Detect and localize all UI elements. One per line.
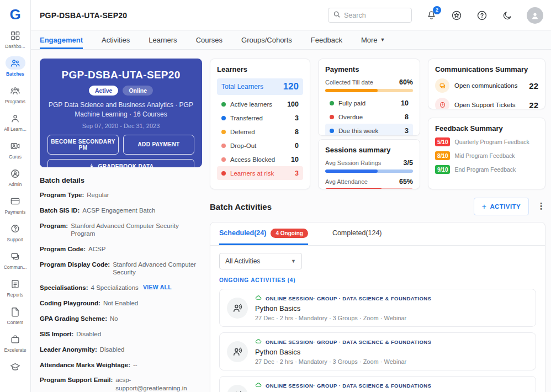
sidebar-item-label: Commun... [4, 264, 27, 270]
sidebar-item-programs[interactable]: Programs [0, 84, 30, 104]
sidebar-item-label: Admin [8, 182, 22, 187]
batch-detail-field: Attendance Marks Weightage: -- [40, 361, 202, 369]
sidebar-item-label: Excelerate [4, 347, 26, 353]
tab-learners[interactable]: Learners [149, 31, 177, 49]
tab-scheduled[interactable]: Scheduled(24) 4 Ongoing [219, 223, 308, 245]
tab-feedback[interactable]: Feedback [311, 31, 342, 49]
batch-detail-field: Program Support Email: acsp-support@grea… [40, 376, 202, 392]
sidebar-item-excelerate[interactable]: Excelerate [0, 332, 30, 353]
batch-detail-field: Batch SIS ID: ACSP Engagement Batch [40, 206, 202, 214]
batch-detail-field: Leader Anonymity: Disabled [40, 346, 202, 353]
status-dot [221, 171, 226, 176]
batch-detail-field: Coding Playground: Not Enabled [40, 299, 202, 307]
collected-value: 60% [399, 78, 413, 86]
batch-detail-field: Program Type: Regular [40, 191, 202, 199]
sidebar-item-reports[interactable]: Reports [0, 277, 30, 298]
programs-icon [6, 84, 25, 97]
feedback-summary-panel: Feedback Summary 5/10 Quarterly Program … [428, 118, 545, 189]
batch-detail-field: Program Display Code: Stanford Advanced … [40, 261, 202, 277]
chevron-down-icon: ▼ [291, 258, 296, 264]
sidebar-item-label: Support [7, 237, 24, 242]
support-ticket-icon [435, 98, 449, 109]
dashboard-icon [6, 29, 25, 42]
session-avatar-icon [227, 298, 248, 319]
dark-mode-toggle[interactable] [501, 9, 513, 22]
page-title: PGP-DSBA-UTA-SEP20 [40, 11, 127, 20]
score-badge: 9/10 [435, 165, 450, 174]
sidebar-item-dashboard[interactable]: Dashbo... [0, 29, 30, 49]
tab-engagement[interactable]: Engagement [40, 31, 83, 49]
search-box[interactable] [328, 8, 412, 23]
activity-eyebrow: ONLINE SESSION· GROUP · DATA SCIENCE & F… [255, 382, 431, 390]
feedback-title: Feedback Summary [435, 124, 538, 133]
sidebar-item-content[interactable]: Content [0, 305, 30, 325]
feedback-row: 9/10 End Program Feedback [435, 165, 538, 174]
sidebar-item-label: Programs [5, 99, 25, 104]
add-payment-button[interactable]: ADD PAYMENT [123, 135, 194, 155]
activity-card[interactable]: ONLINE SESSION· GROUP · DATA SCIENCE & F… [219, 376, 536, 392]
learners-panel: Learners Total Learners 120 Active learn… [210, 59, 310, 189]
communications-title: Communications Summary [435, 65, 538, 73]
score-badge: 8/10 [435, 151, 450, 160]
sidebar-item-payments[interactable]: Payments [0, 194, 30, 215]
sidebar-item-admin[interactable]: Admin [0, 167, 30, 187]
status-badge-online: Online [123, 86, 153, 96]
view-all-link[interactable]: VIEW ALL [143, 284, 172, 292]
payment-stat-row: Due this week 3 [325, 124, 413, 136]
sidebar-item-label: Payments [5, 209, 26, 215]
tab-groups-cohorts[interactable]: Groups/Cohorts [241, 31, 292, 49]
session-rating-row: Avg Session Ratings 3/5 [325, 159, 413, 173]
communications-icon [6, 250, 25, 263]
activity-title: Python Basics [255, 348, 431, 356]
batch-detail-field: GPA Grading Scheme: No [40, 315, 202, 322]
batch-activities-panel: Scheduled(24) 4 Ongoing Completed(124) A… [210, 222, 545, 392]
live-session-icon [255, 294, 262, 303]
open-support-tickets-row: Open Support Tickets 22 [435, 98, 538, 109]
payment-stat-row: Fully paid 10 [325, 96, 413, 110]
sidebar-item-support[interactable]: Support [0, 222, 30, 242]
activity-card[interactable]: ONLINE SESSION· GROUP · DATA SCIENCE & F… [219, 289, 536, 327]
session-avatar-icon [227, 385, 248, 392]
payments-icon [6, 194, 25, 208]
gradebook-data-button[interactable]: GRADEBOOK DATA [47, 159, 194, 167]
payments-panel: Payments Collected Till date 60% Fully p… [318, 59, 420, 136]
more-options-icon[interactable]: ⋮ [537, 202, 545, 211]
batch-activities-title: Batch Activities [210, 202, 272, 211]
sidebar-item-batches[interactable]: Batches [0, 56, 30, 77]
attendance-bar [325, 188, 413, 189]
tab-activities[interactable]: Activities [102, 31, 130, 49]
learner-stat-row: Access Blocked 10 [217, 152, 303, 166]
ongoing-activities-header: ONGOING ACTIVITIES (4) [219, 277, 536, 283]
tab-completed[interactable]: Completed(124) [332, 223, 382, 245]
sidebar-item-label: All Learn... [4, 126, 27, 132]
tab-more[interactable]: More▼ [361, 31, 385, 49]
batch-hero-card: PGP-DSBA-UTA-SEP20 Active Online PGP Dat… [40, 59, 202, 167]
all-learners-icon [6, 112, 25, 125]
sidebar-item-academics[interactable] [0, 360, 30, 375]
sidebar-item-all-learners[interactable]: All Learn... [0, 112, 30, 132]
help-button[interactable] [476, 9, 488, 22]
activities-filter-select[interactable]: All Activities ▼ [219, 253, 302, 269]
sessions-title: Sessions summary [325, 146, 413, 154]
plus-icon: + [482, 202, 487, 211]
feedback-row: 5/10 Quarterly Program Feedback [435, 137, 538, 146]
notifications-button[interactable]: 2 [425, 9, 437, 22]
user-avatar[interactable] [527, 7, 543, 24]
activity-card[interactable]: ONLINE SESSION· GROUP · DATA SCIENCE & F… [219, 332, 536, 370]
app-logo[interactable]: G [0, 0, 30, 29]
sidebar-item-communications[interactable]: Commun... [0, 250, 30, 270]
sidebar-item-gurus[interactable]: Gurus [0, 139, 30, 160]
chat-icon [435, 78, 449, 93]
support-icon [6, 222, 25, 235]
tab-courses[interactable]: Courses [196, 31, 222, 49]
batch-description: PGP Data Science and Business Analytics … [47, 100, 194, 119]
sidebar-item-label: Content [7, 320, 24, 325]
batch-detail-field: Program Code: ACSP [40, 245, 202, 253]
add-activity-button[interactable]: + ACTIVITY [474, 198, 529, 215]
rewards-button[interactable] [451, 9, 463, 22]
search-input[interactable] [344, 12, 407, 19]
session-rating-bar [325, 169, 413, 173]
status-dot [330, 129, 334, 133]
learner-stat-row: Transferred 3 [217, 111, 303, 125]
become-secondary-pm-button[interactable]: BECOME SECONDARY PM [47, 135, 119, 155]
